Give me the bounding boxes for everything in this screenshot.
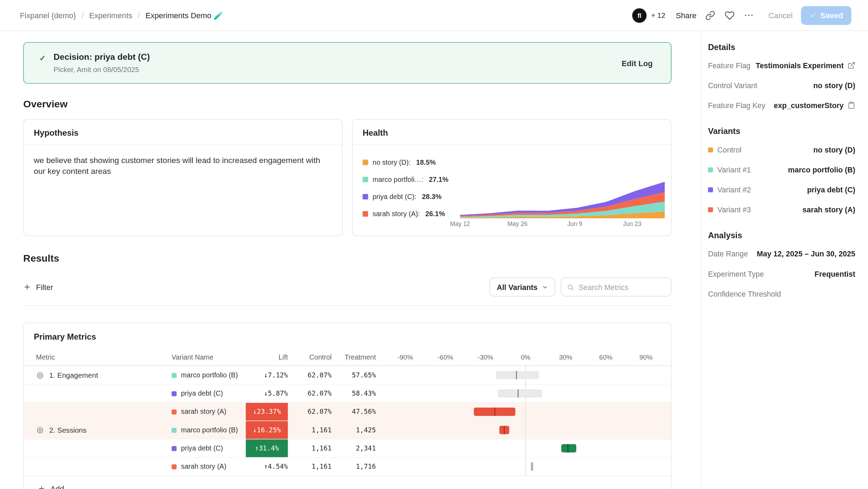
lift-value: ↓5.87% [246,384,288,402]
clipboard-copy-icon[interactable] [847,101,855,109]
search-metrics-input[interactable] [579,283,665,291]
breadcrumb: Fixpanel {demo} / Experiments / Experime… [20,11,223,20]
health-legend: no story (D): 18.5% marco portfoli…: 27.… [363,151,457,233]
detail-row-feature-flag: Feature Flag Testimonials Experiment [708,55,855,75]
table-row[interactable]: sarah story (A) ↓23.37% 62.07% 47.56% [24,402,671,420]
table-row[interactable]: priya debt (C) ↓5.87% 62.07% 58.43% [24,384,671,402]
treatment-value: 2,341 [332,439,376,457]
variant-row: Variant #1 marco portfolio (B) [708,160,855,179]
table-row[interactable]: sarah story (A) ↑4.54% 1,161 1,716 [24,457,671,475]
legend-swatch [363,194,368,199]
results-heading: Results [23,253,672,264]
detail-row-control-variant: Control Variant no story (D) [708,75,855,95]
legend-item: priya debt (C): 28.3% [363,193,457,200]
variant-swatch [172,391,176,396]
add-metric-button[interactable]: Add [24,475,671,489]
breadcrumb-workspace[interactable]: Fixpanel {demo} [20,11,76,20]
analysis-row-date-range: Date Range May 12, 2025 – Jun 30, 2025 [708,244,855,264]
x-axis-label: Jun 9 [567,221,582,227]
variant-label: Variant #1 [717,165,751,174]
legend-value: 28.3% [422,193,441,200]
chevron-down-icon [542,284,548,290]
variants-dropdown[interactable]: All Variants [490,278,555,297]
lift-value: ↓16.25% [246,421,288,439]
control-value: 1,161 [288,458,332,476]
search-icon [567,283,574,291]
edit-log-button[interactable]: Edit Log [622,58,653,67]
axis-tick: -60% [437,353,453,361]
detail-value: no story (D) [813,81,855,90]
lift-tick [516,371,517,380]
health-card: Health no story (D): 18.5% marco portfol… [352,119,672,236]
analysis-label: Confidence Threshold [708,290,781,298]
decision-check-icon: ✓ [39,54,46,62]
metrics-search [561,278,672,297]
legend-label: marco portfoli…: [372,176,423,183]
health-chart-svg [460,180,665,218]
variant-swatch [708,167,713,172]
x-axis-label: Jun 23 [623,221,641,227]
legend-label: priya debt (C): [372,193,416,200]
add-filter-button[interactable]: Filter [23,283,53,291]
variant-name: marco portfolio (B) [181,426,238,434]
variant-name: sarah story (A) [181,463,226,470]
legend-value: 27.1% [429,176,448,183]
detail-value: exp_customerStory [774,101,844,109]
axis-tick: 60% [599,353,613,361]
lift-tick [567,444,569,453]
variant-swatch [172,446,176,451]
health-title: Health [353,120,671,145]
analysis-row-confidence-threshold: Confidence Threshold [708,284,855,304]
variant-value: priya debt (C) [807,185,855,194]
treatment-value: 57.65% [332,366,376,384]
table-body: 1. Engagement marco portfolio (B) ↓7.12%… [24,366,671,476]
link-icon[interactable] [705,10,716,21]
x-axis-label: May 26 [507,221,527,227]
health-stacked-area-chart: May 12 May 26 Jun 9 Jun 23 [459,151,662,233]
hypothesis-body: we believe that showing customer stories… [24,145,337,186]
variant-swatch [708,207,713,212]
confidence-interval-bar [498,389,542,398]
check-icon [809,12,817,19]
table-row[interactable]: priya debt (C) ↑31.4% 1,161 2,341 [24,439,671,457]
legend-swatch [363,211,368,217]
external-link-icon[interactable] [847,62,855,69]
axis-tick: -90% [397,353,413,361]
primary-metrics-title: Primary Metrics [24,323,671,349]
table-row[interactable]: 2. Sessions marco portfolio (B) ↓16.25% … [24,420,671,439]
more-options-icon[interactable]: ⋯ [744,10,755,21]
variant-label: Control [717,146,742,154]
cancel-button[interactable]: Cancel [768,11,793,20]
x-axis-label: May 12 [450,221,470,227]
variant-swatch [708,147,713,152]
breadcrumb-experiments[interactable]: Experiments [89,11,132,20]
lift-value: ↑4.54% [246,458,288,476]
analysis-value: May 12, 2025 – Jun 30, 2025 [757,250,855,258]
axis-tick-row: -90% -60% -30% 0% 30% 60% 90% [405,349,646,365]
variants-dropdown-label: All Variants [497,283,538,291]
plus-icon [38,485,45,489]
legend-item: sarah story (A): 26.1% [363,210,457,218]
treatment-value: 58.43% [332,384,376,402]
variant-name: priya debt (C) [181,445,223,452]
favorite-heart-icon[interactable] [724,10,735,21]
saved-button-label: Saved [820,11,843,20]
legend-value: 18.5% [416,158,436,166]
lift-tick [504,426,505,434]
share-button[interactable]: Share [676,11,696,20]
table-row[interactable]: 1. Engagement marco portfolio (B) ↓7.12%… [24,366,671,384]
lift-value: ↓23.37% [246,403,288,421]
legend-swatch [363,177,368,182]
confidence-interval-bar [530,462,534,471]
control-value: 62.07% [288,366,332,384]
decision-subtitle: Picker, Amit on 08/05/2025 [53,65,150,74]
legend-value: 26.1% [425,210,445,218]
variant-name: priya debt (C) [181,390,223,397]
avatar[interactable]: fl [632,8,646,22]
add-label: Add [50,484,64,489]
detail-label: Control Variant [708,81,757,90]
saved-button[interactable]: Saved [801,6,852,25]
collaborators-count[interactable]: + 12 [651,11,665,20]
control-value: 62.07% [288,403,332,421]
details-heading: Details [708,42,855,51]
